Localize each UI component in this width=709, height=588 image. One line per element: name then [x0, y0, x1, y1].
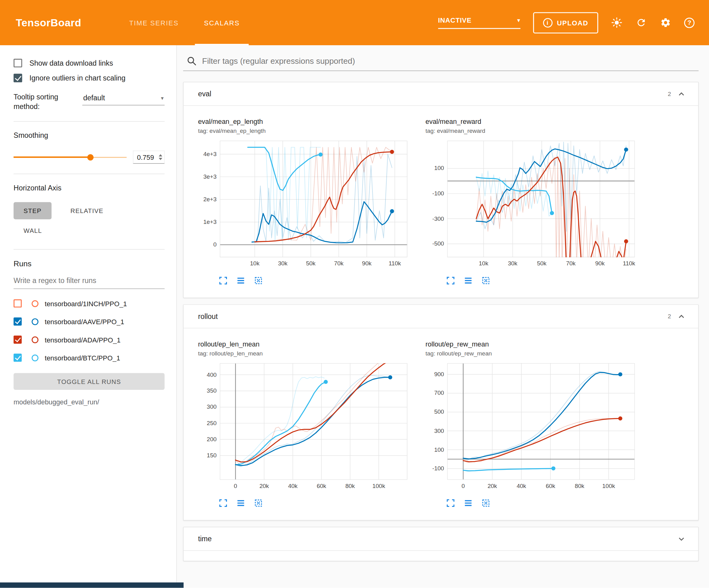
chart-card-eval-mean-ep-length: eval/mean_ep_length tag: eval/mean_ep_le… — [198, 118, 416, 286]
chart-card-eval-mean-reward: eval/mean_reward tag: eval/mean_reward 1… — [425, 118, 644, 286]
fit-domain-button[interactable] — [253, 275, 264, 286]
tensorboard-app: TensorBoard TIME SERIES SCALARS INACTIVE… — [0, 0, 709, 588]
run-color-swatch — [32, 300, 38, 307]
tooltip-sorting-value: default — [83, 94, 105, 102]
slider-knob[interactable] — [87, 154, 94, 160]
tag-filter-input[interactable] — [202, 56, 699, 66]
section-rollout-header[interactable]: rollout 2 — [184, 305, 698, 328]
axis-relative-button[interactable]: RELATIVE — [60, 202, 113, 219]
run-row-1inch[interactable]: tensorboard/1INCH/PPO_1 — [14, 295, 165, 312]
section-title: eval — [198, 90, 211, 98]
chart-runs-menu-button[interactable] — [236, 498, 246, 508]
settings-sidebar: Show data download links Ignore outliers… — [0, 45, 177, 588]
run-row-ada[interactable]: tensorboard/ADA/PPO_1 — [14, 331, 165, 349]
run-checkbox[interactable] — [14, 354, 22, 362]
chart-toolbar — [218, 275, 416, 286]
settings-gear-icon[interactable] — [660, 17, 672, 28]
section-title: rollout — [198, 312, 218, 320]
status-dropdown[interactable]: INACTIVE ▾ — [438, 17, 521, 29]
ignore-outliers-checkbox[interactable] — [14, 74, 22, 82]
brightness-icon[interactable] — [611, 17, 623, 28]
chart-toolbar — [218, 498, 416, 508]
chart-tag: tag: eval/mean_ep_length — [198, 128, 416, 134]
main-tabs: TIME SERIES SCALARS — [116, 0, 252, 45]
ignore-outliers-row[interactable]: Ignore outliers in chart scaling — [14, 74, 165, 82]
collapse-section-button[interactable] — [674, 86, 689, 102]
line-chart[interactable]: 10k30k50k70k90k110k01e+32e+33e+34e+3 — [198, 140, 408, 269]
ignore-outliers-label: Ignore outliers in chart scaling — [29, 74, 125, 82]
app-header: TensorBoard TIME SERIES SCALARS INACTIVE… — [0, 0, 709, 45]
fit-domain-button[interactable] — [480, 498, 491, 508]
chevron-down-icon: ▾ — [161, 95, 164, 101]
spinner-down-icon[interactable] — [159, 158, 162, 160]
tooltip-sorting-label: Tooltip sorting method: — [14, 92, 82, 111]
run-checkbox[interactable] — [14, 317, 22, 326]
run-label: tensorboard/BTC/PPO_1 — [45, 354, 121, 362]
expand-section-button[interactable] — [674, 531, 689, 546]
smoothing-value-input[interactable]: 0.759 — [133, 151, 164, 163]
slider-fill — [14, 156, 90, 158]
chart-tag: tag: rollout/ep_rew_mean — [425, 350, 644, 357]
run-color-swatch — [32, 318, 38, 325]
chevron-up-icon — [677, 90, 685, 98]
smoothing-slider[interactable] — [14, 154, 127, 161]
fit-domain-button[interactable] — [253, 498, 264, 508]
expand-chart-button[interactable] — [446, 275, 456, 286]
runs-label: Runs — [14, 259, 165, 269]
spinner-up-icon[interactable] — [159, 154, 162, 156]
toggle-all-runs-button[interactable]: TOGGLE ALL RUNS — [14, 373, 165, 390]
divider — [14, 249, 165, 250]
line-chart[interactable]: 10k30k50k70k90k110k100-100-300-500 — [425, 140, 635, 269]
chart-tag: tag: rollout/ep_len_mean — [198, 350, 416, 357]
run-color-swatch — [32, 354, 38, 361]
tooltip-sorting-dropdown[interactable]: default ▾ — [82, 93, 165, 105]
section-eval-header[interactable]: eval 2 — [184, 82, 698, 106]
upload-button-label: UPLOAD — [557, 19, 588, 27]
show-download-links-checkbox[interactable] — [14, 59, 22, 68]
tab-time-series[interactable]: TIME SERIES — [116, 0, 191, 45]
help-icon[interactable]: ? — [684, 17, 695, 28]
refresh-icon[interactable] — [635, 17, 647, 28]
axis-step-button[interactable]: STEP — [14, 202, 51, 219]
chevron-down-icon: ▾ — [517, 17, 520, 24]
section-time-header[interactable]: time — [184, 527, 698, 551]
axis-wall-button[interactable]: WALL — [14, 222, 52, 239]
expand-chart-button[interactable] — [218, 275, 229, 286]
section-title: time — [198, 535, 212, 543]
tab-scalars[interactable]: SCALARS — [191, 0, 252, 45]
show-download-links-label: Show data download links — [29, 59, 113, 67]
expand-chart-button[interactable] — [446, 498, 456, 508]
divider — [14, 174, 165, 174]
chart-runs-menu-button[interactable] — [463, 275, 474, 286]
horizontal-axis-label: Horizontal Axis — [14, 184, 165, 192]
line-chart[interactable]: 020k40k60k80k100k150200250300350400 — [198, 363, 408, 492]
chart-toolbar — [446, 498, 644, 508]
runs-base-path: models/debugged_eval_run/ — [14, 398, 165, 406]
number-spinner[interactable] — [159, 154, 162, 160]
line-chart[interactable]: 020k40k60k80k100k-100100300500700900 — [425, 363, 635, 492]
run-label: tensorboard/1INCH/PPO_1 — [45, 300, 127, 307]
status-dropdown-value: INACTIVE — [438, 17, 472, 24]
chart-tag: tag: eval/mean_reward — [425, 128, 644, 134]
collapse-section-button[interactable] — [674, 309, 689, 324]
chevron-down-icon — [677, 535, 685, 543]
run-checkbox[interactable] — [14, 336, 22, 344]
chevron-up-icon — [677, 312, 685, 320]
fit-domain-button[interactable] — [480, 275, 491, 286]
expand-chart-button[interactable] — [218, 498, 229, 508]
chart-title: rollout/ep_rew_mean — [425, 340, 644, 348]
run-row-btc[interactable]: tensorboard/BTC/PPO_1 — [14, 349, 165, 366]
upload-button[interactable]: i UPLOAD — [533, 12, 598, 33]
runs-filter-input[interactable] — [14, 273, 165, 289]
show-download-links-row[interactable]: Show data download links — [14, 59, 165, 68]
run-row-aave[interactable]: tensorboard/AAVE/PPO_1 — [14, 312, 165, 330]
chart-runs-menu-button[interactable] — [463, 498, 474, 508]
run-checkbox[interactable] — [14, 300, 22, 307]
chart-title: eval/mean_reward — [425, 118, 644, 125]
app-title: TensorBoard — [16, 17, 81, 28]
info-icon: i — [543, 18, 552, 28]
chart-runs-menu-button[interactable] — [236, 275, 246, 286]
chart-toolbar — [446, 275, 644, 286]
tag-filter-row — [183, 56, 699, 71]
smoothing-value: 0.759 — [137, 153, 154, 161]
